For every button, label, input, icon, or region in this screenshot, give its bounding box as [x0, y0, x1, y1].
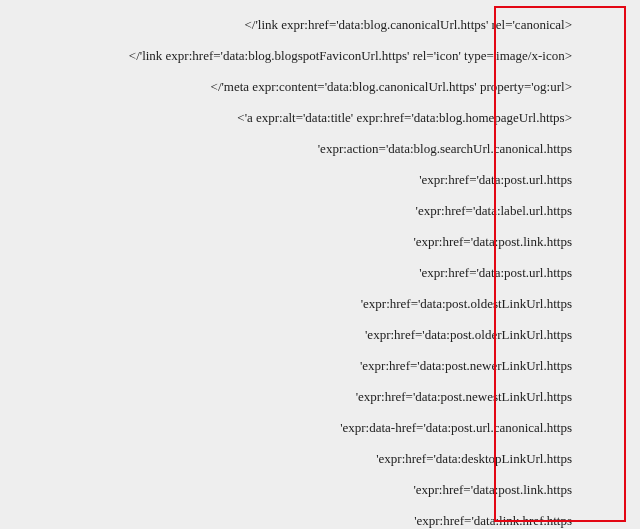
code-listing-page: </'link expr:href='data:blog.canonicalUr… — [0, 0, 640, 529]
code-line: 'expr:href='data:post.link.https — [0, 483, 628, 496]
code-line: </'meta expr:content='data:blog.canonica… — [0, 80, 628, 93]
code-line: 'expr:href='data:link.href.https — [0, 514, 628, 527]
code-line: 'expr:href='data:label.url.https — [0, 204, 628, 217]
code-line: 'expr:href='data:desktopLinkUrl.https — [0, 452, 628, 465]
code-line: 'expr:href='data:post.oldestLinkUrl.http… — [0, 297, 628, 310]
code-line: <'a expr:alt='data:title' expr:href='dat… — [0, 111, 628, 124]
code-line: 'expr:href='data:post.newestLinkUrl.http… — [0, 390, 628, 403]
code-line: 'expr:href='data:post.newerLinkUrl.https — [0, 359, 628, 372]
code-line: 'expr:href='data:post.olderLinkUrl.https — [0, 328, 628, 341]
code-line: 'expr:data-href='data:post.url.canonical… — [0, 421, 628, 434]
code-line: 'expr:href='data:post.url.https — [0, 266, 628, 279]
code-line: 'expr:action='data:blog.searchUrl.canoni… — [0, 142, 628, 155]
code-line: 'expr:href='data:post.url.https — [0, 173, 628, 186]
code-line: </'link expr:href='data:blog.blogspotFav… — [0, 49, 628, 62]
code-line: </'link expr:href='data:blog.canonicalUr… — [0, 18, 628, 31]
code-line: 'expr:href='data:post.link.https — [0, 235, 628, 248]
